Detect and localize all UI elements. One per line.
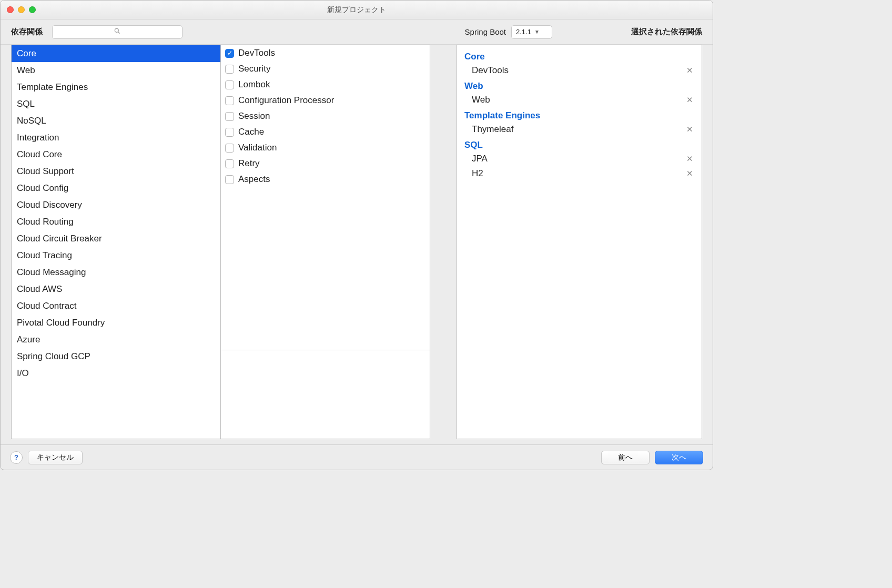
category-item[interactable]: Cloud Tracing: [12, 247, 220, 264]
category-item[interactable]: Cloud Messaging: [12, 264, 220, 281]
spring-boot-label: Spring Boot: [465, 27, 506, 36]
category-item[interactable]: Cloud Contract: [12, 298, 220, 315]
dependency-picker: CoreWebTemplate EnginesSQLNoSQLIntegrati…: [11, 45, 430, 439]
dependency-checkbox[interactable]: [225, 144, 234, 153]
dependency-checkbox[interactable]: [225, 159, 234, 168]
selected-dependency: JPA✕: [457, 151, 702, 166]
selected-dependency-label: Thymeleaf: [472, 124, 513, 135]
dependency-label: DevTools: [238, 47, 275, 59]
toolbar: 依存関係 Spring Boot 2.1.1 ▼ 選択された依存関係: [1, 19, 713, 45]
selected-deps-label: 選択された依存関係: [631, 27, 702, 37]
search-field[interactable]: [52, 25, 183, 39]
remove-icon[interactable]: ✕: [684, 95, 695, 105]
dependency-label: Retry: [238, 157, 260, 170]
dependency-row[interactable]: Aspects: [221, 171, 430, 187]
dependency-row[interactable]: Retry: [221, 156, 430, 171]
spring-boot-version-value: 2.1.1: [516, 28, 531, 36]
next-button[interactable]: 次へ: [655, 451, 703, 464]
dependency-row[interactable]: Lombok: [221, 77, 430, 93]
selected-dependency: H2✕: [457, 166, 702, 181]
remove-icon[interactable]: ✕: [684, 169, 695, 178]
titlebar: 新規プロジェクト: [1, 1, 713, 19]
dependency-checkbox[interactable]: [225, 65, 234, 74]
selected-dependency-label: Web: [472, 95, 490, 105]
dependency-row[interactable]: Security: [221, 61, 430, 77]
category-list[interactable]: CoreWebTemplate EnginesSQLNoSQLIntegrati…: [12, 45, 221, 439]
category-item[interactable]: Cloud Core: [12, 146, 220, 163]
dependency-label: Cache: [238, 126, 264, 138]
dependencies-label: 依存関係: [11, 27, 43, 37]
dependency-label: Configuration Processor: [238, 94, 334, 107]
dependency-description: [221, 350, 430, 439]
remove-icon[interactable]: ✕: [684, 66, 695, 75]
selected-group-title: Core: [457, 48, 702, 63]
window-title: 新規プロジェクト: [1, 5, 713, 15]
dependency-list[interactable]: ✓DevToolsSecurityLombokConfiguration Pro…: [221, 45, 430, 350]
dependency-row[interactable]: Validation: [221, 140, 430, 156]
dependency-checkbox[interactable]: [225, 80, 234, 89]
category-item[interactable]: Core: [12, 45, 220, 62]
previous-button[interactable]: 前へ: [601, 451, 650, 464]
category-item[interactable]: Azure: [12, 331, 220, 348]
dependency-pane: ✓DevToolsSecurityLombokConfiguration Pro…: [221, 45, 430, 439]
category-item[interactable]: Cloud Discovery: [12, 197, 220, 214]
selected-group-title: Template Engines: [457, 107, 702, 122]
selected-dependency-label: H2: [472, 168, 483, 179]
dependency-row[interactable]: ✓DevTools: [221, 45, 430, 61]
dependency-row[interactable]: Session: [221, 108, 430, 124]
category-item[interactable]: Web: [12, 62, 220, 79]
selected-group-title: Web: [457, 78, 702, 93]
dependency-checkbox[interactable]: [225, 175, 234, 184]
selected-dependency: Thymeleaf✕: [457, 122, 702, 137]
footer: ? キャンセル 前へ 次へ: [1, 444, 713, 470]
dependency-checkbox[interactable]: [225, 128, 234, 137]
help-button[interactable]: ?: [10, 451, 23, 464]
dependency-label: Lombok: [238, 78, 270, 91]
dependency-checkbox[interactable]: [225, 96, 234, 105]
category-item[interactable]: Spring Cloud GCP: [12, 348, 220, 365]
dependency-checkbox[interactable]: ✓: [225, 49, 234, 58]
remove-icon[interactable]: ✕: [684, 154, 695, 164]
category-item[interactable]: SQL: [12, 96, 220, 113]
category-item[interactable]: Cloud Routing: [12, 214, 220, 230]
dependency-row[interactable]: Cache: [221, 124, 430, 140]
chevron-down-icon: ▼: [534, 29, 540, 35]
cancel-button[interactable]: キャンセル: [28, 451, 83, 464]
selected-dependency: Web✕: [457, 93, 702, 107]
dependency-label: Aspects: [238, 173, 270, 186]
selected-dependency-label: JPA: [472, 154, 488, 164]
remove-icon[interactable]: ✕: [684, 125, 695, 134]
dependency-checkbox[interactable]: [225, 112, 234, 121]
main-content: CoreWebTemplate EnginesSQLNoSQLIntegrati…: [1, 45, 713, 444]
dependency-label: Validation: [238, 141, 277, 154]
category-item[interactable]: Cloud AWS: [12, 281, 220, 298]
selected-group-title: SQL: [457, 137, 702, 151]
category-item[interactable]: I/O: [12, 365, 220, 382]
spring-boot-version-combo[interactable]: 2.1.1 ▼: [511, 25, 552, 39]
dependency-label: Security: [238, 63, 270, 75]
selected-dependency: DevTools✕: [457, 63, 702, 78]
category-item[interactable]: NoSQL: [12, 113, 220, 129]
search-input[interactable]: [53, 26, 182, 38]
dependency-label: Session: [238, 110, 270, 123]
category-item[interactable]: Template Engines: [12, 79, 220, 96]
category-item[interactable]: Cloud Circuit Breaker: [12, 230, 220, 247]
category-item[interactable]: Pivotal Cloud Foundry: [12, 315, 220, 331]
category-item[interactable]: Integration: [12, 129, 220, 146]
category-item[interactable]: Cloud Support: [12, 163, 220, 180]
selected-dependencies-panel: CoreDevTools✕WebWeb✕Template EnginesThym…: [457, 45, 702, 439]
dependency-row[interactable]: Configuration Processor: [221, 93, 430, 108]
category-item[interactable]: Cloud Config: [12, 180, 220, 197]
selected-dependency-label: DevTools: [472, 65, 509, 76]
